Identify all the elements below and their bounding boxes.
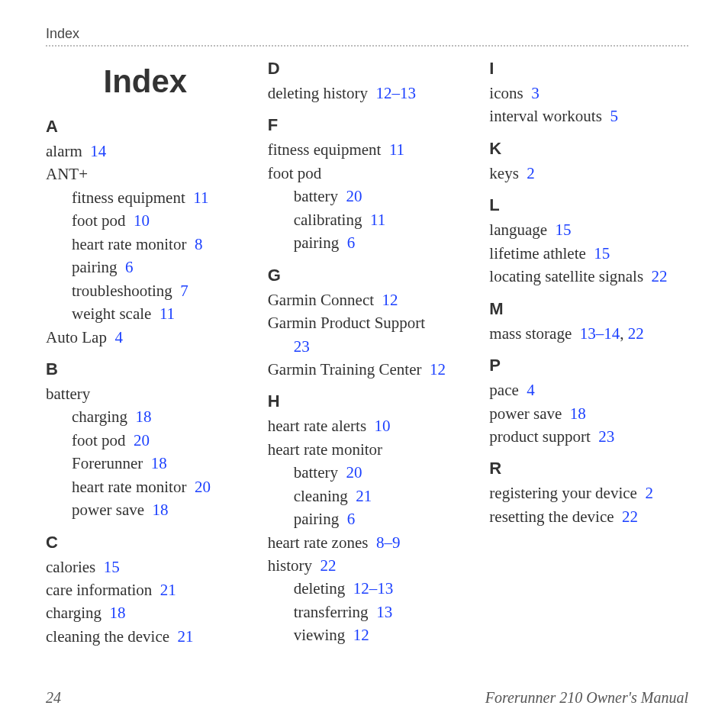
page-link[interactable]: 5 [610, 107, 618, 125]
index-entry: heart rate monitor [268, 438, 467, 461]
index-entry: registering your device 2 [489, 482, 688, 504]
page-link[interactable]: 7 [180, 282, 188, 300]
page-link[interactable]: 4 [114, 328, 123, 346]
index-subentry: pairing 6 [268, 231, 467, 254]
page-link[interactable]: 10 [375, 417, 391, 435]
page-link[interactable]: 15 [594, 244, 610, 263]
page-link[interactable]: 2 [645, 484, 653, 502]
entry-text: history [268, 556, 312, 575]
page-link[interactable]: 20 [195, 478, 211, 496]
page-link[interactable]: 11 [389, 140, 404, 159]
entry-text: care information [46, 581, 152, 599]
page-link[interactable]: 22 [628, 324, 644, 343]
page-link[interactable]: 21 [160, 581, 176, 599]
index-subentry: cleaning 21 [268, 485, 467, 507]
entry-text: charging [46, 604, 101, 622]
entry-text: cleaning the device [46, 627, 169, 646]
page-link[interactable]: 20 [346, 463, 362, 482]
page-link[interactable]: 18 [136, 407, 152, 426]
entry-text: pairing [294, 234, 339, 252]
entry-text: resetting the device [489, 507, 614, 526]
entry-text: battery [294, 463, 338, 482]
entry-text: lifetime athlete [489, 244, 586, 263]
page-link[interactable]: 4 [527, 381, 535, 399]
page-link[interactable]: 6 [347, 510, 356, 528]
index-entry: heart rate alerts 10 [268, 414, 467, 437]
index-entry: lifetime athlete 15 [489, 242, 688, 265]
entry-text: weight scale [72, 304, 151, 323]
page-link[interactable]: 11 [370, 211, 385, 229]
page-link[interactable]: 12–13 [353, 579, 394, 598]
page-link[interactable]: 10 [134, 211, 150, 230]
page-link[interactable]: 11 [159, 304, 175, 323]
page-link[interactable]: 18 [110, 604, 126, 622]
index-subentry: heart rate monitor 20 [46, 475, 245, 498]
entry-text: deleting [294, 579, 346, 598]
page-link[interactable]: 11 [193, 188, 208, 207]
index-entry: product support 23 [489, 425, 688, 448]
entry-text: pairing [72, 258, 117, 276]
entry-text: cleaning [294, 487, 348, 505]
page-link[interactable]: 22 [321, 556, 337, 575]
entry-text: fitness equipment [268, 140, 382, 159]
page-title: Index [46, 63, 245, 100]
page-link[interactable]: 23 [598, 427, 614, 446]
index-columns: Index A alarm 14 ANT+ fitness equipment … [46, 59, 688, 662]
index-subentry: pairing 6 [268, 507, 467, 530]
entry-text: alarm [46, 142, 82, 160]
page-link[interactable]: 3 [531, 84, 540, 102]
index-entry: power save 18 [489, 402, 688, 425]
page-link[interactable]: 12 [430, 360, 446, 378]
page-link[interactable]: 23 [294, 337, 310, 356]
section-letter-m: M [489, 299, 688, 319]
page-link[interactable]: 15 [104, 558, 120, 576]
index-entry: foot pod [268, 162, 467, 185]
page-link[interactable]: 12–13 [375, 84, 416, 102]
index-entry: icons 3 [489, 82, 688, 105]
index-entry: language 15 [489, 218, 688, 241]
page-link[interactable]: 8 [195, 235, 203, 253]
page-link[interactable]: 12 [382, 291, 398, 309]
index-entry: care information 21 [46, 578, 245, 601]
page-link[interactable]: 6 [125, 258, 134, 276]
page-link[interactable]: 20 [134, 431, 150, 449]
entry-text: registering your device [489, 484, 637, 502]
page-link[interactable]: 22 [622, 507, 638, 526]
index-subentry: power save 18 [46, 498, 245, 521]
index-entry: deleting history 12–13 [268, 82, 467, 105]
index-entry: locating satellite signals 22 [489, 265, 688, 288]
entry-text: viewing [294, 626, 346, 644]
page-link[interactable]: 21 [178, 627, 194, 646]
page-link[interactable]: 22 [652, 267, 668, 285]
page-link[interactable]: 21 [356, 487, 372, 505]
page-link[interactable]: 20 [346, 187, 362, 205]
page-link[interactable]: 18 [570, 404, 586, 423]
entry-text: battery [294, 187, 338, 205]
page-link[interactable]: 8–9 [376, 533, 401, 552]
index-subentry: weight scale 11 [46, 302, 245, 325]
page-number: 24 [46, 689, 61, 707]
page-link[interactable]: 2 [527, 164, 535, 182]
entry-text: product support [489, 427, 590, 446]
index-entry: fitness equipment 11 [268, 138, 467, 161]
page-link[interactable]: 18 [151, 454, 167, 472]
page-link[interactable]: 13–14 [580, 324, 620, 343]
index-entry: interval workouts 5 [489, 105, 688, 127]
page-link[interactable]: 14 [90, 142, 106, 160]
page-link[interactable]: 6 [347, 234, 356, 252]
index-subentry: troubleshooting 7 [46, 279, 245, 302]
index-subentry: battery 20 [268, 185, 467, 208]
page-link[interactable]: 15 [556, 221, 572, 239]
entry-text: interval workouts [489, 107, 602, 125]
section-letter-l: L [489, 195, 688, 215]
index-entry: cleaning the device 21 [46, 625, 245, 648]
index-subentry: deleting 12–13 [268, 577, 467, 600]
page-link[interactable]: 18 [153, 501, 169, 519]
manual-title: Forerunner 210 Owner's Manual [485, 689, 688, 707]
entry-text: foot pod [268, 164, 322, 182]
page-link[interactable]: 12 [353, 626, 369, 644]
index-subentry: foot pod 10 [46, 209, 245, 232]
section-letter-f: F [268, 115, 467, 135]
manual-page: Index Index A alarm 14 ANT+ fitness equi… [0, 0, 728, 728]
page-link[interactable]: 13 [376, 603, 392, 621]
